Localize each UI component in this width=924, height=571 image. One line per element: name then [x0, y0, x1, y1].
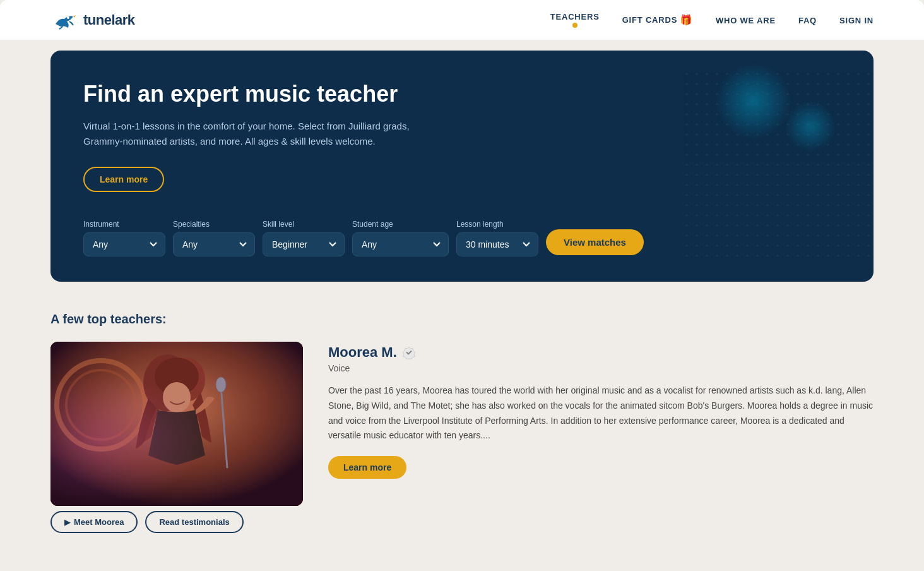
hero-title: Find an expert music teacher — [83, 81, 462, 107]
skill-level-label: Skill level — [263, 220, 345, 229]
specialties-label: Specialties — [173, 220, 255, 229]
teacher-card: ▶ Meet Moorea Read testimonials Moorea M… — [50, 342, 874, 533]
nav-teachers[interactable]: TEACHERS — [550, 12, 600, 21]
nav-faq[interactable]: FAQ — [798, 16, 817, 25]
specialties-filter-group: Specialties Any Classical Jazz Pop Rock — [173, 220, 255, 256]
section-title: A few top teachers: — [50, 312, 874, 327]
teacher-instrument: Voice — [328, 363, 874, 373]
nav-active-indicator — [572, 23, 578, 28]
specialties-select[interactable]: Any Classical Jazz Pop Rock — [173, 232, 255, 256]
nav-who-we-are[interactable]: WHO WE ARE — [716, 16, 776, 25]
student-age-select[interactable]: Any Child (under 12) Teen (13-17) Adult … — [352, 232, 449, 256]
instrument-label: Instrument — [83, 220, 165, 229]
nav-gift-cards[interactable]: GIFT CARDS 🎁 — [622, 14, 693, 26]
navbar: tunelark TEACHERS GIFT CARDS 🎁 WHO WE AR… — [0, 0, 924, 40]
nav-sign-in[interactable]: SIGN IN — [839, 16, 874, 25]
teacher-photo-svg — [50, 342, 303, 506]
filter-row: Instrument Any Guitar Piano Voice Violin… — [83, 220, 841, 256]
lesson-length-filter-group: Lesson length 15 minutes 30 minutes 45 m… — [456, 220, 538, 256]
teacher-learn-more-button[interactable]: Learn more — [328, 456, 406, 479]
verified-badge-icon — [402, 346, 416, 359]
read-testimonials-button[interactable]: Read testimonials — [145, 511, 243, 533]
gift-icon: 🎁 — [680, 14, 693, 26]
svg-point-1 — [67, 16, 69, 19]
lesson-length-label: Lesson length — [456, 220, 538, 229]
teacher-name: Moorea M. — [328, 344, 397, 361]
meet-teacher-button[interactable]: ▶ Meet Moorea — [50, 511, 138, 533]
logo-icon — [50, 6, 78, 34]
instrument-select[interactable]: Any Guitar Piano Voice Violin Drums — [83, 232, 165, 256]
student-age-filter-group: Student age Any Child (under 12) Teen (1… — [352, 220, 449, 256]
teacher-info: Moorea M. Voice Over the past 16 years, … — [328, 342, 874, 491]
svg-rect-16 — [50, 342, 303, 506]
instrument-filter-group: Instrument Any Guitar Piano Voice Violin… — [83, 220, 165, 256]
logo-text: tunelark — [83, 12, 135, 28]
teacher-name-row: Moorea M. — [328, 344, 874, 361]
teacher-bio: Over the past 16 years, Moorea has toure… — [328, 383, 874, 443]
main-content: A few top teachers: — [0, 292, 924, 558]
lesson-length-select[interactable]: 15 minutes 30 minutes 45 minutes 60 minu… — [456, 232, 538, 256]
hero-decoration-1 — [716, 63, 791, 139]
play-icon: ▶ — [64, 518, 70, 527]
teacher-image-wrap: ▶ Meet Moorea Read testimonials — [50, 342, 303, 533]
teacher-actions: ▶ Meet Moorea Read testimonials — [50, 511, 303, 533]
skill-level-filter-group: Skill level Any Beginner Intermediate Ad… — [263, 220, 345, 256]
hero-section: Find an expert music teacher Virtual 1-o… — [50, 51, 874, 282]
logo-area: tunelark — [50, 6, 550, 34]
student-age-label: Student age — [352, 220, 449, 229]
hero-decoration-2 — [785, 101, 836, 152]
hero-learn-more-button[interactable]: Learn more — [83, 167, 164, 192]
hero-subtitle: Virtual 1-on-1 lessons in the comfort of… — [83, 119, 412, 149]
view-matches-button[interactable]: View matches — [546, 229, 644, 255]
skill-level-select[interactable]: Any Beginner Intermediate Advanced — [263, 232, 345, 256]
teacher-photo — [50, 342, 303, 506]
nav-links: TEACHERS GIFT CARDS 🎁 WHO WE ARE FAQ SIG… — [550, 12, 874, 28]
